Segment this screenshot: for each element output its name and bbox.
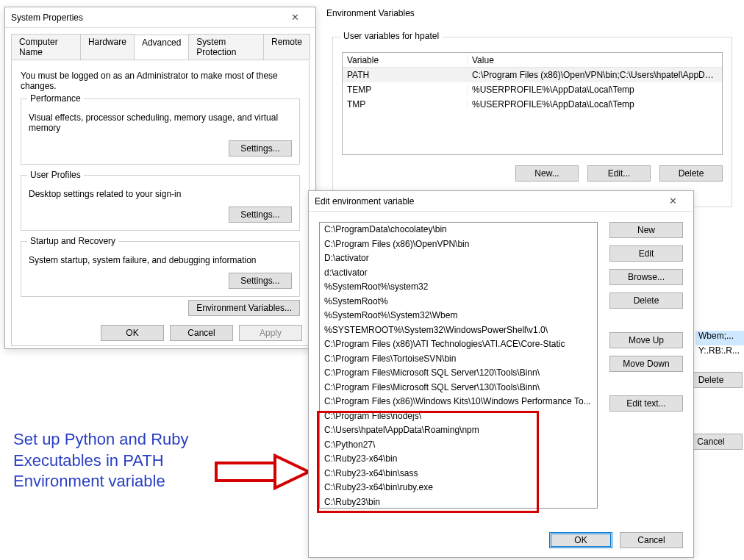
list-item[interactable]: C:\Program Files\TortoiseSVN\bin [320,352,597,367]
list-item[interactable]: C:\Program Files (x86)\OpenVPN\bin [320,237,597,252]
admin-notice: You must be logged on as an Administrato… [21,71,300,91]
table-header: Variable Value [343,53,722,68]
list-item[interactable]: C:\Program Files\Microsoft SQL Server\12… [320,366,597,381]
env-title: Environment Variables [326,8,415,18]
tab-computer-name[interactable]: Computer Name [11,34,81,60]
editdlg-titlebar[interactable]: Edit environment variable [309,191,693,212]
fragment-row: Wbem;... [695,331,744,345]
user-profiles-group: User Profiles Desktop settings related t… [21,175,300,231]
tab-remote[interactable]: Remote [263,34,310,60]
user-profiles-desc: Desktop settings related to your sign-in [29,189,292,199]
list-item[interactable]: C:\Program Files (x86)\ATI Technologies\… [320,337,597,352]
sysprops-title: System Properties [11,12,83,23]
list-item[interactable]: C:\Ruby23-x64\bin\sass [320,467,597,481]
list-item[interactable]: C:\Program Files (x86)\Windows Kits\10\W… [320,395,597,409]
browse-button[interactable]: Browse... [609,269,683,285]
list-item[interactable]: C:\Ruby23-x64\bin\ruby.exe [320,481,597,495]
env-titlebar: Environment Variables [321,3,744,24]
table-row[interactable]: TMP %USERPROFILE%\AppData\Local\Temp [343,97,722,112]
new-button[interactable]: New [609,222,683,238]
editdlg-ok-button[interactable]: OK [549,532,612,548]
list-item[interactable]: C:\Ruby23-x64\bin [320,452,597,467]
sysprops-ok-button[interactable]: OK [101,325,164,341]
list-item[interactable]: D:\activator [320,251,597,266]
edit-button[interactable]: Edit [609,245,683,262]
user-profiles-legend: User Profiles [27,170,84,180]
startup-legend: Startup and Recovery [27,236,118,246]
system-properties-dialog: System Properties Computer Name Hardware… [4,7,316,349]
user-vars-edit-button[interactable]: Edit... [587,165,651,182]
user-vars-new-button[interactable]: New... [515,165,579,182]
annotation-arrow-icon [213,448,316,500]
user-variables-legend: User variables for hpatel [340,31,442,41]
tab-system-protection[interactable]: System Protection [188,34,264,60]
editdlg-title: Edit environment variable [315,196,414,207]
col-value: Value [468,55,722,65]
user-vars-delete-button[interactable]: Delete [659,165,723,182]
table-row[interactable]: TEMP %USERPROFILE%\AppData\Local\Temp [343,82,722,97]
edit-environment-variable-dialog: Edit environment variable C:\ProgramData… [308,190,694,558]
user-variables-group: User variables for hpatel Variable Value… [332,37,732,207]
list-item[interactable]: C:\Program Files\nodejs\ [320,409,597,424]
editdlg-side-buttons: New Edit Browse... Delete Move Up Move D… [609,222,683,547]
sysprops-tabs: Computer Name Hardware Advanced System P… [11,34,310,60]
performance-group: Performance Visual effects, processor sc… [21,98,300,165]
sysprops-apply-button[interactable]: Apply [239,325,302,341]
delete-button[interactable]: Delete [609,292,683,309]
startup-settings-button[interactable]: Settings... [229,273,292,289]
close-icon[interactable] [280,10,310,25]
edit-text-button[interactable]: Edit text... [609,395,683,412]
performance-settings-button[interactable]: Settings... [229,140,292,157]
list-item[interactable]: %SystemRoot%\System32\Wbem [320,309,597,323]
list-item[interactable]: %SYSTEMROOT%\System32\WindowsPowerShell\… [320,323,597,338]
environment-variables-button[interactable]: Environment Variables... [188,300,300,316]
tab-advanced[interactable]: Advanced [134,35,189,60]
sysprops-titlebar[interactable]: System Properties [5,7,315,28]
fragment-row: Y:.RB:.R... [695,345,744,360]
close-icon[interactable] [658,194,687,209]
performance-legend: Performance [27,93,84,104]
list-item[interactable]: %SystemRoot%\system32 [320,280,597,295]
sysprops-cancel-button[interactable]: Cancel [170,325,233,341]
list-item[interactable]: C:\Python27\ [320,438,597,453]
list-item[interactable]: d:\activator [320,266,597,281]
startup-desc: System startup, system failure, and debu… [29,255,292,265]
list-item[interactable]: C:\Ruby23\bin [320,495,597,509]
list-item[interactable]: C:\Program Files\Microsoft SQL Server\13… [320,381,597,395]
tab-content-advanced: You must be logged on as an Administrato… [11,60,310,346]
startup-recovery-group: Startup and Recovery System startup, sys… [21,241,300,297]
list-item[interactable]: %SystemRoot% [320,295,597,309]
editdlg-cancel-button[interactable]: Cancel [620,532,683,548]
col-variable: Variable [343,55,468,65]
list-item[interactable]: C:\ProgramData\chocolatey\bin [320,223,597,237]
profiles-settings-button[interactable]: Settings... [229,207,292,223]
tab-hardware[interactable]: Hardware [80,34,135,60]
move-up-button[interactable]: Move Up [609,332,683,348]
performance-desc: Visual effects, processor scheduling, me… [29,112,292,133]
svg-rect-0 [216,463,275,481]
system-vars-fragment: Wbem;... Y:.RB:.R... Delete Cancel [695,235,744,450]
list-item[interactable]: C:\Users\hpatel\AppData\Roaming\npm [320,423,597,438]
move-down-button[interactable]: Move Down [609,356,683,372]
path-entries-listbox[interactable]: C:\ProgramData\chocolatey\binC:\Program … [319,222,598,509]
table-row[interactable]: PATH C:\Program Files (x86)\OpenVPN\bin;… [343,68,722,82]
user-variables-table[interactable]: Variable Value PATH C:\Program Files (x8… [342,52,723,155]
